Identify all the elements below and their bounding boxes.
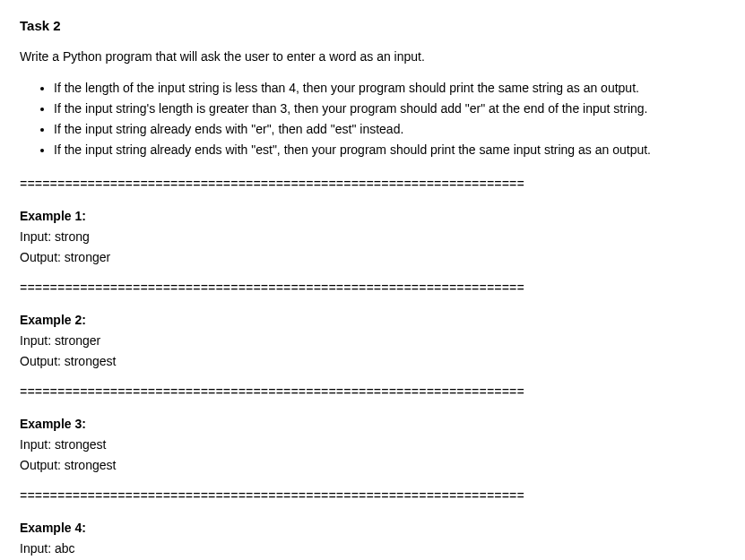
example-output: Output: strongest bbox=[20, 352, 725, 371]
task-bullet: If the input string already ends with "e… bbox=[54, 120, 725, 139]
example-block: Example 4: Input: abc Output: abc bbox=[20, 519, 725, 561]
example-block: Example 3: Input: strongest Output: stro… bbox=[20, 415, 725, 475]
example-input: Input: abc bbox=[20, 539, 725, 558]
task-title: Task 2 bbox=[20, 16, 725, 37]
section-divider: ========================================… bbox=[20, 487, 725, 506]
task-bullet: If the length of the input string is les… bbox=[54, 79, 725, 98]
example-output: Output: strongest bbox=[20, 456, 725, 475]
example-label: Example 4: bbox=[20, 519, 725, 538]
example-label: Example 3: bbox=[20, 415, 725, 434]
task-bullet-list: If the length of the input string is les… bbox=[20, 79, 725, 159]
example-label: Example 2: bbox=[20, 311, 725, 330]
example-label: Example 1: bbox=[20, 207, 725, 226]
example-input: Input: strongest bbox=[20, 435, 725, 454]
section-divider: ========================================… bbox=[20, 383, 725, 402]
example-output: Output: stronger bbox=[20, 248, 725, 267]
example-block: Example 1: Input: strong Output: stronge… bbox=[20, 207, 725, 267]
example-block: Example 2: Input: stronger Output: stron… bbox=[20, 311, 725, 371]
section-divider: ========================================… bbox=[20, 280, 725, 298]
example-input: Input: strong bbox=[20, 228, 725, 246]
example-input: Input: stronger bbox=[20, 332, 725, 350]
task-intro: Write a Python program that will ask the… bbox=[20, 47, 725, 66]
task-bullet: If the input string already ends with "e… bbox=[54, 141, 725, 159]
task-bullet: If the input string's length is greater … bbox=[54, 99, 725, 118]
section-divider: ========================================… bbox=[20, 176, 725, 194]
